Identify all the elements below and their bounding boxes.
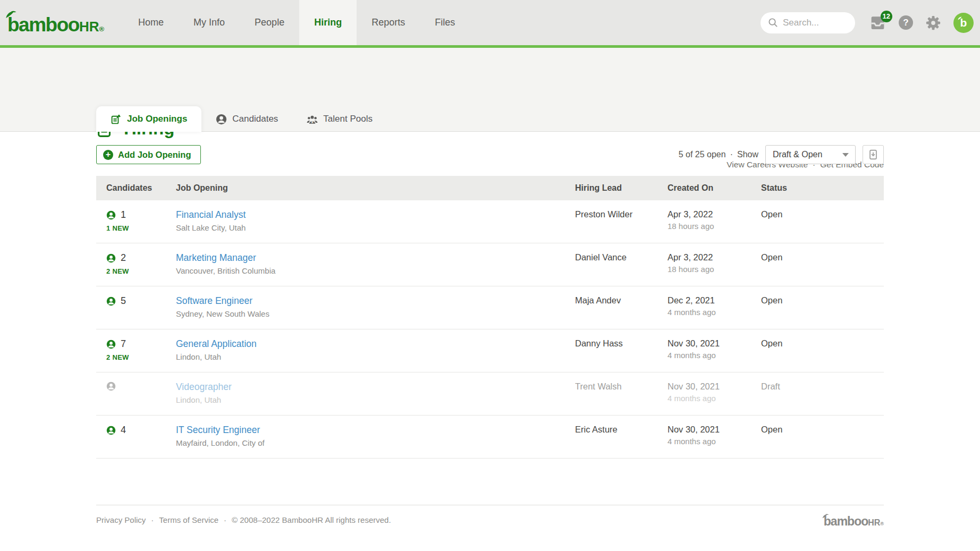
tab-candidates-label: Candidates (232, 114, 278, 124)
nav-my-info[interactable]: My Info (179, 0, 240, 45)
table-row: 7 2 NEW General Application Lindon, Utah… (96, 329, 884, 372)
user-avatar[interactable]: b (953, 13, 974, 33)
settings-button[interactable] (925, 15, 941, 31)
created-date: Nov 30, 2021 (668, 425, 761, 435)
new-candidates-badge[interactable]: 2 NEW (106, 353, 176, 361)
candidates-cell: 4 (106, 425, 176, 451)
tab-job-openings-label: Job Openings (127, 114, 187, 124)
job-location: Lindon, Utah (176, 352, 575, 361)
created-date: Nov 30, 2021 (668, 382, 761, 392)
candidate-person-icon (106, 296, 116, 306)
candidates-count[interactable]: 7 (121, 338, 126, 350)
search-input[interactable] (783, 18, 847, 28)
created-on-cell: Dec 2, 2021 4 months ago (668, 295, 761, 321)
add-job-opening-label: Add Job Opening (118, 150, 191, 160)
hiring-lead: Maja Andev (575, 295, 668, 321)
footer-separator-1: · (151, 515, 154, 524)
brand-accent-line (0, 45, 980, 48)
job-location: Sydney, New South Wales (176, 309, 575, 318)
created-ago: 18 hours ago (668, 222, 761, 231)
candidates-count[interactable]: 2 (121, 252, 126, 264)
job-opening-cell: Financial Analyst Salt Lake City, Utah (176, 209, 575, 235)
candidates-tab-icon (216, 114, 227, 125)
job-opening-link[interactable]: General Application (176, 338, 257, 349)
job-opening-cell: General Application Lindon, Utah (176, 338, 575, 364)
svg-text:★: ★ (311, 120, 314, 123)
top-nav: bambooHR® Home My Info People Hiring Rep… (0, 0, 980, 45)
footer-leaf-icon (822, 514, 829, 519)
candidate-person-icon (106, 382, 116, 391)
show-label: Show (737, 150, 758, 159)
terms-of-service-link[interactable]: Terms of Service (159, 515, 218, 524)
footer-links: Privacy Policy · Terms of Service · © 20… (96, 515, 391, 524)
created-ago: 4 months ago (668, 394, 761, 403)
candidates-count[interactable]: 1 (121, 209, 126, 221)
talent-pools-tab-icon: ★ (307, 114, 318, 125)
candidates-count[interactable]: 5 (121, 295, 126, 307)
job-opening-link[interactable]: Videographer (176, 382, 232, 392)
tab-candidates[interactable]: Candidates (201, 106, 292, 132)
status-filter-dropdown[interactable]: Draft & Open (765, 145, 856, 164)
footer-bamboohr-logo: bambooHR® (824, 514, 884, 529)
hiring-lead: Trent Walsh (575, 382, 668, 408)
help-button[interactable]: ? (899, 15, 913, 30)
logo-suffix: HR (79, 19, 99, 35)
nav-people[interactable]: People (240, 0, 299, 45)
header-job-opening: Job Opening (176, 183, 575, 193)
table-body: 1 1 NEW Financial Analyst Salt Lake City… (96, 200, 884, 459)
help-icon: ? (903, 18, 908, 28)
tab-job-openings[interactable]: Job Openings (96, 106, 201, 132)
job-opening-link[interactable]: IT Security Engineer (176, 425, 260, 435)
created-on-cell: Nov 30, 2021 4 months ago (668, 425, 761, 451)
bamboohr-logo[interactable]: bambooHR® (7, 10, 104, 36)
new-candidates-badge[interactable]: 2 NEW (106, 267, 176, 275)
footer-logo-suffix: HR (868, 518, 880, 528)
footer-logo-word: bamboo (824, 514, 868, 529)
job-opening-link[interactable]: Financial Analyst (176, 209, 246, 220)
new-candidates-badge[interactable]: 1 NEW (106, 224, 176, 232)
candidates-count[interactable]: 4 (121, 425, 126, 436)
search-icon (768, 18, 778, 28)
logo-word: bamboo (7, 14, 79, 36)
global-search[interactable] (761, 12, 855, 33)
nav-menu: Home My Info People Hiring Reports Files (123, 0, 470, 45)
nav-hiring[interactable]: Hiring (299, 0, 357, 45)
logo-registered-mark: ® (99, 25, 104, 33)
openings-summary: 5 of 25 open · Show (679, 150, 758, 159)
created-ago: 18 hours ago (668, 265, 761, 274)
job-location: Vancouver, British Columbia (176, 266, 575, 275)
privacy-policy-link[interactable]: Privacy Policy (96, 515, 146, 524)
tab-talent-pools-label: Talent Pools (323, 114, 373, 124)
nav-home[interactable]: Home (123, 0, 179, 45)
job-opening-cell: Marketing Manager Vancouver, British Col… (176, 252, 575, 278)
bamboo-leaf-icon (5, 11, 17, 19)
hiring-lead: Danny Hass (575, 338, 668, 364)
gear-icon (925, 15, 941, 31)
add-job-opening-button[interactable]: + Add Job Opening (96, 145, 201, 164)
candidates-cell: 2 2 NEW (106, 252, 176, 278)
footer-logo-registered-mark: ® (880, 521, 884, 527)
status-filter-value: Draft & Open (773, 150, 822, 159)
hiring-lead: Preston Wilder (575, 209, 668, 235)
plus-icon: + (103, 150, 113, 160)
job-openings-tab-icon (111, 114, 122, 125)
table-row: 2 2 NEW Marketing Manager Vancouver, Bri… (96, 243, 884, 286)
export-button[interactable] (863, 145, 884, 164)
job-location: Salt Lake City, Utah (176, 223, 575, 232)
table-row: Videographer Lindon, Utah Trent Walsh No… (96, 372, 884, 416)
hiring-lead: Eric Asture (575, 425, 668, 451)
tab-talent-pools[interactable]: ★ Talent Pools (292, 106, 387, 132)
table-row: 1 1 NEW Financial Analyst Salt Lake City… (96, 200, 884, 243)
job-opening-link[interactable]: Marketing Manager (176, 252, 256, 263)
header-candidates: Candidates (106, 183, 176, 193)
nav-reports[interactable]: Reports (357, 0, 420, 45)
nav-files[interactable]: Files (420, 0, 470, 45)
created-date: Dec 2, 2021 (668, 295, 761, 306)
job-openings-table: Candidates Job Opening Hiring Lead Creat… (96, 176, 884, 459)
footer-separator-2: · (224, 515, 226, 524)
job-opening-link[interactable]: Software Engineer (176, 295, 252, 306)
inbox-button[interactable]: 12 (869, 15, 886, 31)
created-on-cell: Nov 30, 2021 4 months ago (668, 338, 761, 364)
header-status: Status (761, 183, 884, 193)
created-ago: 4 months ago (668, 437, 761, 446)
